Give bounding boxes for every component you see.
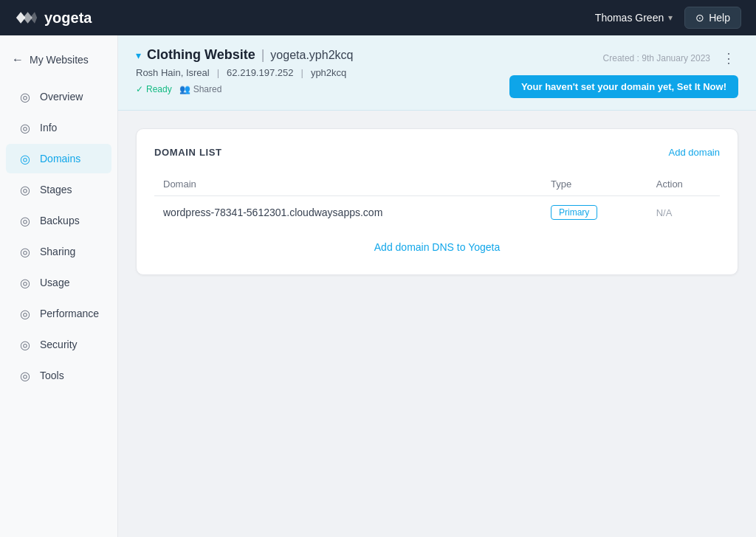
top-navigation: yogeta Thomas Green ▾ ⊙ Help — [0, 0, 756, 35]
sidebar-item-performance[interactable]: ◎ Performance — [6, 299, 111, 328]
domain-list-title: DOMAIN LIST — [154, 147, 222, 158]
logo-icon — [15, 10, 38, 26]
table-header-row: Domain Type Action — [154, 173, 720, 196]
people-icon: 👥 — [179, 84, 190, 94]
info-circle-icon: ◎ — [18, 120, 32, 135]
domain-set-banner[interactable]: Your haven't set your domain yet, Set It… — [509, 75, 738, 98]
action-value: N/A — [647, 196, 720, 229]
domain-value: wordpress-78341-5612301.cloudwaysapps.co… — [154, 196, 542, 229]
sidebar-item-stages[interactable]: ◎ Stages — [6, 175, 111, 204]
website-ip: 62.219.197.252 — [227, 67, 293, 78]
domain-table: Domain Type Action wordpress-78341-56123… — [154, 173, 720, 229]
meta-sep-2: | — [300, 67, 303, 78]
stages-icon: ◎ — [18, 182, 32, 197]
sidebar-item-info[interactable]: ◎ Info — [6, 113, 111, 142]
website-header-right: Created : 9th January 2023 ⋮ Your haven'… — [509, 47, 738, 98]
status-badge-ready: ✓ Ready — [136, 84, 172, 94]
website-info: ▾ Clothing Website | yogeta.yph2kcq Rosh… — [136, 47, 353, 94]
sidebar-item-tools[interactable]: ◎ Tools — [6, 361, 111, 390]
person-circle-icon: ◎ — [18, 151, 32, 166]
website-dropdown-icon[interactable]: ▾ — [136, 49, 141, 61]
security-icon: ◎ — [18, 337, 32, 352]
sharing-icon: ◎ — [18, 244, 32, 259]
sidebar-item-usage[interactable]: ◎ Usage — [6, 268, 111, 297]
logo-text: yogeta — [44, 10, 92, 27]
circle-dollar-icon: ◎ — [18, 89, 32, 104]
sidebar: ← My Websites ◎ Overview ◎ Info ◎ Domain… — [0, 35, 118, 537]
add-domain-button[interactable]: Add domain — [669, 147, 720, 158]
meta-sep-1: | — [217, 67, 219, 78]
sidebar-item-overview[interactable]: ◎ Overview — [6, 82, 111, 111]
website-slug: yogeta.yph2kcq — [270, 49, 353, 62]
topnav-right: Thomas Green ▾ ⊙ Help — [595, 7, 741, 29]
tools-icon: ◎ — [18, 368, 32, 383]
website-header: ▾ Clothing Website | yogeta.yph2kcq Rosh… — [118, 35, 756, 111]
website-name: Clothing Website — [147, 47, 255, 63]
sidebar-item-backups[interactable]: ◎ Backups — [6, 206, 111, 235]
main-layout: ← My Websites ◎ Overview ◎ Info ◎ Domain… — [0, 35, 756, 537]
website-short-slug: yph2kcq — [311, 67, 346, 78]
domain-card-header: DOMAIN LIST Add domain — [154, 147, 720, 158]
type-value: Primary — [542, 196, 647, 229]
column-action: Action — [647, 173, 720, 196]
user-name: Thomas Green — [595, 12, 664, 24]
check-icon: ✓ — [136, 84, 143, 94]
column-domain: Domain — [154, 173, 542, 196]
back-to-websites[interactable]: ← My Websites — [0, 47, 117, 72]
usage-icon: ◎ — [18, 275, 32, 290]
add-dns-button[interactable]: Add domain DNS to Yogeta — [374, 241, 500, 253]
add-dns-row: Add domain DNS to Yogeta — [154, 229, 720, 257]
logo: yogeta — [15, 10, 92, 27]
website-badges: ✓ Ready 👥 Shared — [136, 84, 353, 94]
chevron-down-icon: ▾ — [668, 13, 673, 23]
sidebar-item-sharing[interactable]: ◎ Sharing — [6, 237, 111, 266]
website-title-row: ▾ Clothing Website | yogeta.yph2kcq — [136, 47, 353, 63]
domain-card: DOMAIN LIST Add domain Domain Type Actio… — [136, 128, 738, 275]
type-badge: Primary — [551, 205, 597, 220]
sidebar-item-domains[interactable]: ◎ Domains — [6, 144, 111, 173]
table-row: wordpress-78341-5612301.cloudwaysapps.co… — [154, 196, 720, 229]
main-content: ▾ Clothing Website | yogeta.yph2kcq Rosh… — [118, 35, 756, 537]
user-menu[interactable]: Thomas Green ▾ — [595, 12, 673, 24]
question-circle-icon: ⊙ — [695, 12, 704, 24]
content-area: DOMAIN LIST Add domain Domain Type Actio… — [118, 111, 756, 537]
back-arrow-icon: ← — [12, 53, 24, 66]
performance-icon: ◎ — [18, 306, 32, 321]
website-location: Rosh Hain, Isreal — [136, 67, 210, 78]
status-badge-shared: 👥 Shared — [179, 84, 222, 94]
action-na: N/A — [656, 207, 673, 218]
sidebar-item-security[interactable]: ◎ Security — [6, 330, 111, 359]
created-label: Created : 9th January 2023 — [603, 53, 710, 63]
backups-icon: ◎ — [18, 213, 32, 228]
website-meta: Rosh Hain, Isreal | 62.219.197.252 | yph… — [136, 67, 353, 78]
more-options-button[interactable]: ⋮ — [719, 47, 738, 69]
column-type: Type — [542, 173, 647, 196]
help-button[interactable]: ⊙ Help — [684, 7, 741, 29]
title-separator: | — [261, 47, 265, 63]
